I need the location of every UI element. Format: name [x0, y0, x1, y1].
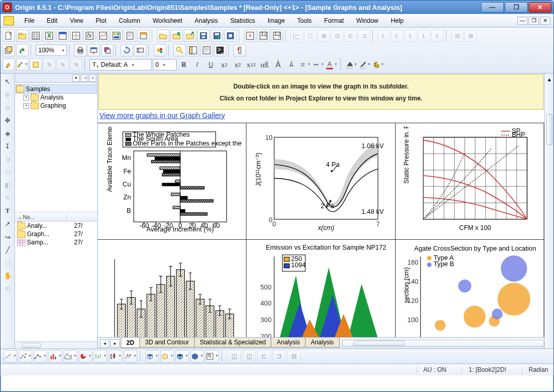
area-plot-button[interactable] — [64, 350, 77, 362]
mdi-restore-button[interactable]: ❐ — [529, 17, 539, 25]
sheet-tab-3d[interactable]: 3D and Contour — [139, 338, 195, 347]
layer-ll-button[interactable]: ⊟ — [451, 30, 463, 42]
duplicate-button[interactable] — [101, 44, 113, 56]
font-color-button[interactable]: A — [326, 59, 338, 71]
pointer-tool[interactable]: ↖ — [2, 76, 13, 87]
save-template-button[interactable] — [211, 30, 223, 42]
open-button[interactable] — [157, 30, 169, 42]
layer-l5-button[interactable]: L — [431, 30, 444, 42]
paste-format-1-button[interactable]: ✎ — [43, 59, 55, 71]
sheet-tab-stat[interactable]: Statistical & Specialized — [194, 338, 271, 347]
project-explorer-button[interactable] — [187, 44, 199, 56]
palette-button[interactable] — [372, 59, 385, 71]
sheet-tab-analysis-2[interactable]: Analysis — [305, 338, 340, 347]
new-function-button[interactable]: fx — [83, 30, 96, 42]
group-bottom-button[interactable]: ⊐ — [272, 350, 286, 362]
pe-hscrollbar[interactable] — [15, 341, 97, 349]
view-more-link[interactable]: View more graphs in our Graph Gallery — [98, 110, 544, 123]
italic-button[interactable]: I — [191, 59, 203, 71]
tree-item-graphing[interactable]: + Graphing — [16, 101, 96, 110]
menu-column[interactable]: Column — [114, 16, 145, 26]
reimport-button[interactable]: 123 — [271, 30, 283, 42]
data-reader-tool[interactable]: ↧ — [2, 140, 13, 152]
3d-wire-button[interactable] — [176, 350, 189, 362]
menu-file[interactable]: File — [19, 16, 39, 26]
list-item[interactable]: Samp... 27/ — [15, 238, 97, 246]
3d-bars-button[interactable] — [191, 350, 204, 362]
origin-logo-icon[interactable] — [4, 16, 14, 25]
new-matrix-button[interactable] — [70, 30, 82, 42]
graph-thumb-4[interactable] — [98, 240, 246, 338]
command-window-button[interactable]: >_ — [214, 44, 226, 56]
menu-tools[interactable]: Tools — [292, 16, 317, 26]
recalculate-button[interactable] — [16, 44, 28, 56]
open-excel-button[interactable]: X — [184, 30, 196, 42]
3d-surface-button[interactable] — [161, 350, 174, 362]
line-symbol-plot-button[interactable] — [34, 350, 47, 362]
mask-tool[interactable]: ◧ — [2, 179, 13, 191]
rotate-tool[interactable]: ⟲ — [2, 283, 13, 294]
curved-arrow-tool[interactable]: ↝ — [2, 231, 13, 242]
increase-font-button[interactable]: A̍ — [272, 59, 284, 71]
menu-image[interactable]: Image — [263, 16, 290, 26]
menu-analysis[interactable]: Analysis — [189, 16, 223, 26]
hloc-plot-button[interactable] — [109, 350, 122, 362]
mdi-close-button[interactable]: ✕ — [540, 17, 550, 25]
add-right-y-button[interactable]: ⊐ — [358, 30, 370, 42]
save-window-button[interactable] — [224, 30, 237, 42]
sheet-tab-analysis-1[interactable]: Analysis — [271, 338, 305, 347]
tree-item-analysis[interactable]: + Analysis — [16, 93, 96, 101]
new-color-scale-button[interactable] — [154, 44, 166, 56]
layer-grid-button[interactable]: ⊞ — [464, 30, 477, 42]
maximize-button[interactable]: ❐ — [505, 2, 528, 12]
titlebar[interactable]: O Origin 8.5.1 - C:\Program Files\Origin… — [1, 1, 553, 14]
tree-root[interactable]: Samples — [16, 85, 96, 93]
menu-help[interactable]: Help — [386, 16, 409, 26]
column-plot-button[interactable] — [49, 350, 62, 362]
screen-reader-tool[interactable]: ◈ — [2, 127, 13, 139]
line-plot-button[interactable] — [4, 350, 17, 362]
copy-format-button[interactable] — [30, 59, 42, 71]
paste-format-2-button[interactable]: ✎ — [56, 59, 69, 71]
style-paste-button[interactable] — [16, 59, 28, 71]
contour-button[interactable] — [206, 350, 219, 362]
menu-worksheet[interactable]: Worksheet — [148, 16, 187, 26]
line-tool[interactable]: ╱ — [2, 244, 13, 255]
group-top-button[interactable]: ⊏ — [257, 350, 271, 362]
paste-format-3-button[interactable]: ✎ — [70, 59, 82, 71]
scroll-up-button[interactable]: ▴ — [548, 76, 551, 83]
xy-scale-button[interactable] — [173, 44, 186, 56]
expander-icon[interactable]: + — [23, 95, 29, 100]
greek-button[interactable]: αß — [258, 59, 271, 71]
mdi-minimize-button[interactable]: — — [517, 17, 528, 25]
new-graph-button[interactable] — [56, 30, 69, 42]
layer-l-button[interactable]: L — [377, 30, 390, 42]
sheet-tab-2d[interactable]: 2D — [121, 338, 140, 348]
font-name-combo[interactable]: TTDefault: A — [90, 59, 152, 70]
layer-l3-button[interactable]: L — [404, 30, 417, 42]
pe-tree[interactable]: Samples + Analysis + Graphing — [15, 83, 97, 212]
group-right-button[interactable]: ◫ — [242, 350, 256, 362]
pe-dropdown-button[interactable]: ▾ — [72, 75, 80, 82]
scrollbar-thumb[interactable] — [546, 114, 552, 145]
zoom-in-tool[interactable]: ⊕ — [2, 89, 13, 100]
scatter-plot-button[interactable] — [19, 350, 32, 362]
zoom-combo[interactable]: 100% — [36, 45, 67, 56]
bold-button[interactable]: B — [178, 59, 190, 71]
stock-plot-button[interactable] — [94, 350, 107, 362]
new-excel-button[interactable]: X — [43, 30, 55, 42]
minimize-button[interactable]: — — [481, 2, 504, 12]
group-left-button[interactable]: ◫ — [227, 350, 241, 362]
style-copy-button[interactable] — [3, 59, 15, 71]
add-column-button[interactable]: + — [234, 44, 246, 56]
group-stack-button[interactable]: ⊟ — [287, 350, 301, 362]
add-top-x-button[interactable]: ⊏ — [344, 30, 357, 42]
line-style-button[interactable]: ┉ — [312, 59, 325, 71]
save-button[interactable] — [197, 30, 210, 42]
new-workbook-button[interactable] — [30, 30, 42, 42]
sheet-hscrollbar[interactable] — [342, 340, 544, 347]
list-item[interactable]: Graph... 27/ — [15, 230, 97, 238]
graph-thumb-3[interactable]: Static Pressure in. Pa CFM x 100 SP BHP — [396, 123, 544, 240]
new-folder-button[interactable] — [16, 30, 28, 42]
new-legend-button[interactable] — [134, 44, 147, 56]
